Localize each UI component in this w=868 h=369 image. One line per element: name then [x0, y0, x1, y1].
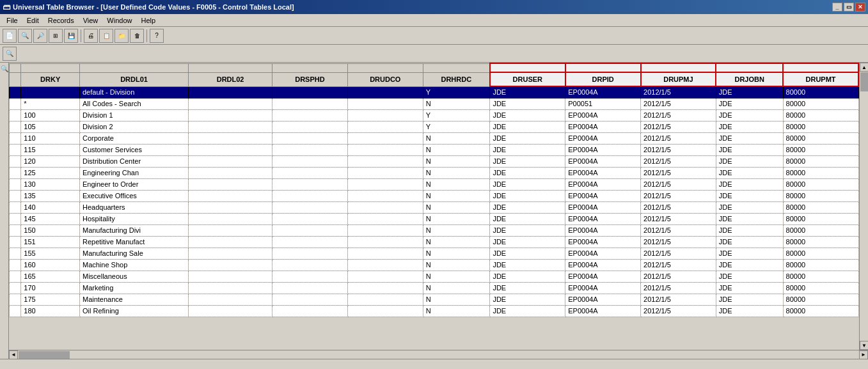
- col-header-drdl02[interactable]: DRDL02: [189, 72, 272, 86]
- cell-drupmj: 2012/1/5: [641, 109, 716, 121]
- cell-drky: 100: [21, 109, 80, 121]
- table-row[interactable]: 165MiscellaneousNJDEEP0004A2012/1/5JDE80…: [10, 271, 859, 282]
- cell-drky: 165: [21, 271, 80, 282]
- cell-drupmt: 80000: [783, 178, 858, 190]
- cell-drpid: EP0004A: [565, 271, 641, 282]
- scroll-up-button[interactable]: ▲: [860, 63, 868, 72]
- col-header-drdl01[interactable]: DRDL01: [79, 72, 188, 86]
- cell-drjobn: JDE: [716, 98, 783, 109]
- table-row[interactable]: 145HospitalityNJDEEP0004A2012/1/5JDE8000…: [10, 213, 859, 224]
- row-indicator: [10, 282, 21, 294]
- toolbar-find2[interactable]: 🔎: [33, 29, 47, 43]
- toolbar-print[interactable]: 🖨: [84, 29, 98, 43]
- cell-drupmj: 2012/1/5: [641, 305, 716, 317]
- table-row[interactable]: default - DivisionYJDEEP0004A2012/1/5JDE…: [10, 86, 859, 98]
- cell-drjobn: JDE: [716, 109, 783, 121]
- cell-drudco: [347, 201, 423, 213]
- toolbar-find3[interactable]: ⊞: [49, 29, 63, 43]
- scroll-h-track[interactable]: [18, 350, 859, 359]
- scroll-thumb[interactable]: [860, 72, 868, 91]
- cell-drsphd: [272, 305, 348, 317]
- cell-drdl01: Division 1: [79, 109, 188, 121]
- cell-drpid: EP0004A: [565, 259, 641, 271]
- minimize-button[interactable]: _: [832, 3, 842, 12]
- cell-drpid: EP0004A: [565, 247, 641, 259]
- cell-drupmt: 80000: [783, 98, 858, 109]
- col-header-drjobn[interactable]: DRJOBN: [716, 72, 783, 86]
- toolbar-help[interactable]: ?: [150, 29, 164, 43]
- scroll-left-button[interactable]: ◄: [9, 350, 18, 359]
- cell-drdl02: [189, 109, 272, 121]
- col-header-drupmt[interactable]: DRUPMT: [783, 72, 858, 86]
- restore-button[interactable]: ▭: [844, 3, 854, 12]
- data-table: DRKY DRDL01 DRDL02 DRSPHD DRUDCO DRHRDC …: [9, 63, 859, 317]
- toolbar-find[interactable]: 🔍: [18, 29, 32, 43]
- table-row[interactable]: 110CorporateNJDEEP0004A2012/1/5JDE80000: [10, 132, 859, 144]
- scroll-right-button[interactable]: ►: [859, 350, 868, 359]
- table-inner[interactable]: DRKY DRDL01 DRDL02 DRSPHD DRUDCO DRHRDC …: [9, 63, 859, 350]
- menu-records[interactable]: Records: [44, 15, 78, 26]
- scroll-h-thumb[interactable]: [19, 351, 70, 359]
- cell-drhrdc: N: [423, 98, 490, 109]
- table-row[interactable]: 175MaintenanceNJDEEP0004A2012/1/5JDE8000…: [10, 294, 859, 305]
- menu-window[interactable]: Window: [103, 15, 136, 26]
- table-row[interactable]: 100Division 1YJDEEP0004A2012/1/5JDE80000: [10, 109, 859, 121]
- cell-drupmt: 80000: [783, 167, 858, 178]
- cell-drhrdc: Y: [423, 86, 490, 98]
- cell-drpid: P00051: [565, 98, 641, 109]
- table-row[interactable]: 140HeadquartersNJDEEP0004A2012/1/5JDE800…: [10, 201, 859, 213]
- row-indicator: [10, 201, 21, 213]
- table-row[interactable]: 155Manufacturing SaleNJDEEP0004A2012/1/5…: [10, 247, 859, 259]
- toolbar-new[interactable]: 📄: [3, 29, 17, 43]
- col-header-drky[interactable]: DRKY: [21, 72, 80, 86]
- col-header-drsphd[interactable]: DRSPHD: [272, 72, 348, 86]
- col-header-drupmj[interactable]: DRUPMJ: [641, 72, 716, 86]
- toolbar-separator-2: [146, 29, 147, 42]
- table-row[interactable]: 151Repetitive ManufactNJDEEP0004A2012/1/…: [10, 236, 859, 247]
- header-top-drudco: [347, 63, 423, 72]
- table-row[interactable]: 120Distribution CenterNJDEEP0004A2012/1/…: [10, 155, 859, 167]
- menu-edit[interactable]: Edit: [23, 15, 43, 26]
- cell-drjobn: JDE: [716, 236, 783, 247]
- scroll-track[interactable]: [860, 72, 868, 341]
- cell-drhrdc: N: [423, 247, 490, 259]
- cell-drky: 175: [21, 294, 80, 305]
- toolbar-save[interactable]: 💾: [64, 29, 78, 43]
- table-row[interactable]: 160Machine ShopNJDEEP0004A2012/1/5JDE800…: [10, 259, 859, 271]
- col-header-druser[interactable]: DRUSER: [490, 72, 565, 86]
- table-row[interactable]: 135Executive OfficesNJDEEP0004A2012/1/5J…: [10, 190, 859, 201]
- scrollbar-vertical[interactable]: ▲ ▼: [859, 63, 868, 350]
- table-row[interactable]: 105Division 2YJDEEP0004A2012/1/5JDE80000: [10, 121, 859, 132]
- cell-drsphd: [272, 213, 348, 224]
- table-row[interactable]: 180Oil RefiningNJDEEP0004A2012/1/5JDE800…: [10, 305, 859, 317]
- table-row[interactable]: 150Manufacturing DiviNJDEEP0004A2012/1/5…: [10, 224, 859, 236]
- cell-drupmj: 2012/1/5: [641, 178, 716, 190]
- table-row[interactable]: *All Codes - SearchNJDEP000512012/1/5JDE…: [10, 98, 859, 109]
- col-header-drhrdc[interactable]: DRHRDC: [423, 72, 490, 86]
- column-header-row: DRKY DRDL01 DRDL02 DRSPHD DRUDCO DRHRDC …: [10, 72, 859, 86]
- col-header-drpid[interactable]: DRPID: [565, 72, 641, 86]
- col-header-drudco[interactable]: DRUDCO: [347, 72, 423, 86]
- cell-drudco: [347, 271, 423, 282]
- menu-help[interactable]: Help: [137, 15, 159, 26]
- row-indicator: [10, 86, 21, 98]
- table-row[interactable]: 170MarketingNJDEEP0004A2012/1/5JDE80000: [10, 282, 859, 294]
- toolbar-export[interactable]: 📋: [99, 29, 113, 43]
- title-bar: 🗃 Universal Table Browser - [User Define…: [0, 0, 868, 14]
- cell-drjobn: JDE: [716, 144, 783, 155]
- title-bar-controls[interactable]: _ ▭ ✕: [832, 3, 865, 12]
- data-area: 🔍: [0, 63, 868, 359]
- toolbar2-search[interactable]: 🔍: [3, 47, 17, 61]
- scrollbar-horizontal[interactable]: ◄ ►: [9, 350, 868, 359]
- table-row[interactable]: 130Engineer to OrderNJDEEP0004A2012/1/5J…: [10, 178, 859, 190]
- close-button[interactable]: ✕: [855, 3, 865, 12]
- menu-file[interactable]: File: [3, 15, 22, 26]
- table-row[interactable]: 125Engineering ChanNJDEEP0004A2012/1/5JD…: [10, 167, 859, 178]
- scroll-down-button[interactable]: ▼: [860, 341, 868, 350]
- toolbar-import[interactable]: 📁: [114, 29, 129, 43]
- cell-drupmt: 80000: [783, 132, 858, 144]
- toolbar-delete[interactable]: 🗑: [130, 29, 144, 43]
- table-row[interactable]: 115Customer ServicesNJDEEP0004A2012/1/5J…: [10, 144, 859, 155]
- row-indicator: [10, 132, 21, 144]
- menu-view[interactable]: View: [79, 15, 102, 26]
